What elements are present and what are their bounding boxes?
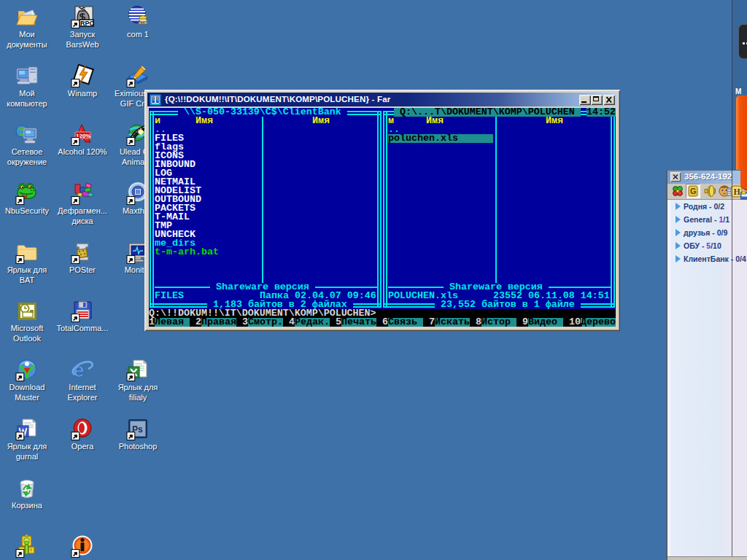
- svg-text:RPC: RPC: [80, 20, 94, 27]
- svg-text:H: H: [734, 187, 741, 197]
- svg-text:G: G: [690, 187, 697, 195]
